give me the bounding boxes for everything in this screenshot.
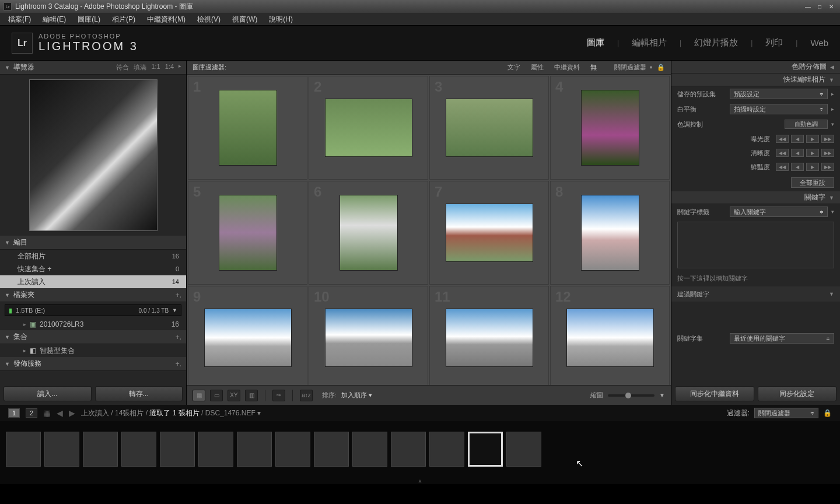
filter-tab[interactable]: 文字 xyxy=(508,63,520,72)
compare-view-button[interactable]: XY xyxy=(228,390,240,401)
exposure-dec-large[interactable]: ◀◀ xyxy=(776,135,789,143)
navigator-zoom-option[interactable]: 填滿 xyxy=(134,63,146,72)
menu-item[interactable]: 編輯(E) xyxy=(37,13,72,26)
filmstrip-thumbnail[interactable] xyxy=(6,432,41,467)
survey-view-button[interactable]: ▥ xyxy=(245,390,258,401)
chevron-down-icon[interactable]: ▾ xyxy=(831,209,834,215)
grid-cell[interactable]: 7 xyxy=(429,181,549,285)
saved-preset-dropdown[interactable]: 預設設定≑ xyxy=(730,89,828,99)
auto-tone-button[interactable]: 自動色調 xyxy=(785,120,828,129)
histogram-header[interactable]: 色階分佈圖 ◀ xyxy=(671,61,840,74)
chevron-down-icon[interactable]: ▼ xyxy=(172,307,177,313)
exposure-inc-large[interactable]: ▶▶ xyxy=(821,135,834,143)
filmstrip-filter-dropdown[interactable]: 關閉過濾器≑ xyxy=(754,408,818,418)
sort-direction-button[interactable]: a↕z xyxy=(300,390,313,401)
folder-row[interactable]: ▸ ▣ 20100726LR3 16 xyxy=(0,318,186,330)
collection-row[interactable]: ▸ ◧ 智慧型集合 xyxy=(0,344,186,357)
navigator-zoom-option[interactable]: 1:1 xyxy=(151,63,160,72)
filmstrip-thumbnail[interactable] xyxy=(198,432,233,467)
painter-tool-button[interactable]: ✑ xyxy=(272,390,285,401)
breadcrumb[interactable]: 上次讀入 / 14張相片 / 選取了 1 張相片 / DSC_1476.NEF … xyxy=(81,408,261,418)
chevron-right-icon[interactable]: ▸ xyxy=(178,63,181,72)
keyword-entry-box[interactable] xyxy=(677,222,834,268)
grid-cell[interactable]: 5 xyxy=(188,181,307,285)
grid-cell[interactable]: 11 xyxy=(429,286,549,385)
primary-display-button[interactable]: 1 xyxy=(8,408,20,418)
loupe-view-button[interactable]: ▭ xyxy=(210,390,223,401)
module-tab[interactable]: 列印 xyxy=(765,37,783,48)
filter-tab[interactable]: 屬性 xyxy=(531,63,544,72)
grid-cell[interactable]: 10 xyxy=(309,286,428,385)
navigator-preview[interactable] xyxy=(0,75,186,236)
grid-cell[interactable]: 3 xyxy=(429,76,549,180)
filmstrip-thumbnail[interactable] xyxy=(429,432,464,467)
export-button[interactable]: 轉存... xyxy=(95,386,183,401)
filmstrip-thumbnail[interactable] xyxy=(314,432,349,467)
lock-icon[interactable]: 🔒 xyxy=(657,64,665,71)
filmstrip-thumbnail[interactable] xyxy=(275,432,310,467)
catalog-row[interactable]: 上次讀入14 xyxy=(0,275,186,288)
sort-order-dropdown[interactable]: 加入順序 ▾ xyxy=(341,391,372,400)
filmstrip-thumbnail[interactable] xyxy=(468,432,503,467)
keyword-set-dropdown[interactable]: 最近使用的關鍵字≑ xyxy=(730,333,834,344)
filmstrip-thumbnail[interactable] xyxy=(121,432,156,467)
navigator-zoom-option[interactable]: 1:4 xyxy=(165,63,174,72)
filmstrip-thumbnail[interactable] xyxy=(160,432,195,467)
keyword-tags-dropdown[interactable]: 輸入關鍵字≑ xyxy=(730,206,828,217)
module-tab[interactable]: 編輯相片 xyxy=(632,37,667,48)
menu-item[interactable]: 檢視(V) xyxy=(191,13,226,26)
menu-item[interactable]: 圖庫(L) xyxy=(72,13,106,26)
filmstrip-grip[interactable]: ▲ xyxy=(0,477,840,484)
exposure-inc[interactable]: ▶ xyxy=(806,135,819,143)
menu-item[interactable]: 相片(P) xyxy=(106,13,141,26)
chevron-right-icon[interactable]: ▸ xyxy=(831,91,834,97)
add-publish-icon[interactable]: +. xyxy=(176,360,181,368)
navigator-zoom-option[interactable]: 符合 xyxy=(116,63,129,72)
chevron-right-icon[interactable]: ▸ xyxy=(831,106,834,112)
maximize-button[interactable]: □ xyxy=(814,2,825,10)
white-balance-dropdown[interactable]: 拍攝時設定≑ xyxy=(730,104,828,114)
module-tab[interactable]: Web xyxy=(810,38,828,48)
menu-item[interactable]: 視窗(W) xyxy=(226,13,263,26)
grid-cell[interactable]: 12 xyxy=(550,286,670,385)
close-button[interactable]: ✕ xyxy=(826,2,836,10)
filmstrip-thumbnail[interactable] xyxy=(44,432,79,467)
chevron-down-icon[interactable]: ▾ xyxy=(831,121,834,127)
drive-row[interactable]: ▮ 1.5TB (E:) 0.0 / 1.3 TB ▼ xyxy=(5,304,181,316)
keywording-header[interactable]: 關鍵字 ▼ xyxy=(671,191,840,204)
grid-shortcut-icon[interactable]: ▦ xyxy=(43,408,51,418)
add-collection-icon[interactable]: +. xyxy=(176,333,181,341)
menu-item[interactable]: 檔案(F) xyxy=(2,13,37,26)
filter-tab[interactable]: 無 xyxy=(590,63,597,72)
add-folder-icon[interactable]: +. xyxy=(176,291,181,299)
collections-header[interactable]: ▼ 集合 +. xyxy=(0,330,186,344)
grid-cell[interactable]: 9 xyxy=(188,286,307,385)
menu-item[interactable]: 中繼資料(M) xyxy=(141,13,191,26)
exposure-dec[interactable]: ◀ xyxy=(791,135,804,143)
grid-cell[interactable]: 8 xyxy=(550,181,670,285)
quick-develop-header[interactable]: 快速編輯相片 ▼ xyxy=(671,74,840,86)
lock-icon[interactable]: 🔒 xyxy=(823,409,832,417)
thumbnail-size-slider[interactable] xyxy=(608,394,654,397)
navigator-header[interactable]: ▼ 導覽器 符合填滿1:11:4▸ xyxy=(0,61,186,75)
catalog-row[interactable]: 全部相片16 xyxy=(0,250,186,262)
minimize-button[interactable]: — xyxy=(803,2,813,10)
grid-cell[interactable]: 1 xyxy=(188,76,307,180)
publish-header[interactable]: ▼ 發佈服務 +. xyxy=(0,357,186,371)
filmstrip-thumbnail[interactable] xyxy=(391,432,426,467)
grid-cell[interactable]: 4 xyxy=(550,76,670,180)
filter-preset-dropdown[interactable]: 關閉過濾器 ▾ xyxy=(614,63,652,72)
filmstrip-thumbnail[interactable] xyxy=(83,432,118,467)
filmstrip[interactable]: ↖ xyxy=(0,421,840,477)
filmstrip-thumbnail[interactable] xyxy=(352,432,387,467)
reset-all-button[interactable]: 全部重設 xyxy=(791,177,834,188)
nav-forward-icon[interactable]: ▶ xyxy=(69,408,75,418)
module-tab[interactable]: 幻燈片播放 xyxy=(694,37,738,48)
menu-item[interactable]: 說明(H) xyxy=(263,13,299,26)
grid-cell[interactable]: 2 xyxy=(309,76,428,180)
grid-view-button[interactable]: ▦ xyxy=(192,390,205,401)
sync-metadata-button[interactable]: 同步化中繼資料 xyxy=(675,386,754,401)
filmstrip-thumbnail[interactable] xyxy=(237,432,272,467)
module-tab[interactable]: 圖庫 xyxy=(587,37,604,48)
import-button[interactable]: 讀入... xyxy=(4,386,92,401)
